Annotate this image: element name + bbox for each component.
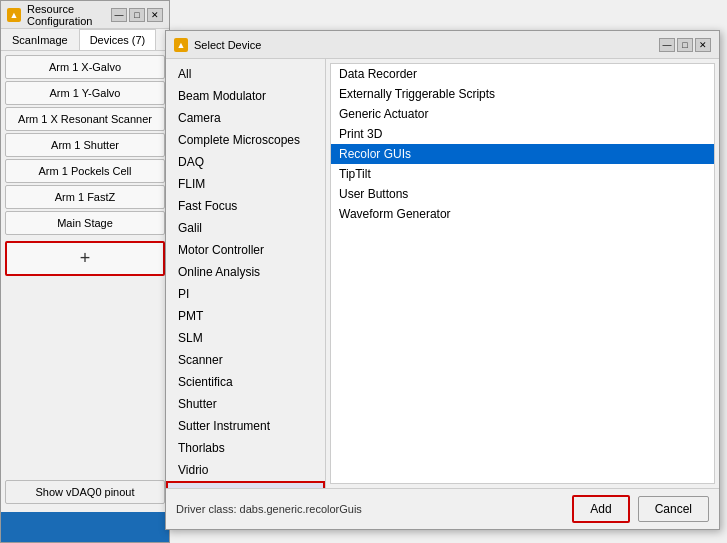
- category-flim[interactable]: FLIM: [166, 173, 325, 195]
- category-shutter[interactable]: Shutter: [166, 393, 325, 415]
- category-beam-modulator[interactable]: Beam Modulator: [166, 85, 325, 107]
- device-arm1-ygalvo[interactable]: Arm 1 Y-Galvo: [5, 81, 165, 105]
- dialog-titlebar-controls: — □ ✕: [659, 38, 711, 52]
- device-user-buttons[interactable]: User Buttons: [331, 184, 714, 204]
- main-content: Arm 1 X-Galvo Arm 1 Y-Galvo Arm 1 X Reso…: [1, 51, 169, 476]
- category-camera[interactable]: Camera: [166, 107, 325, 129]
- tab-scanimage[interactable]: ScanImage: [1, 29, 79, 50]
- main-close-btn[interactable]: ✕: [147, 8, 163, 22]
- device-arm1-pockels[interactable]: Arm 1 Pockels Cell: [5, 159, 165, 183]
- dialog-titlebar: ▲ Select Device — □ ✕: [166, 31, 719, 59]
- main-titlebar-text: Resource Configuration: [27, 3, 105, 27]
- tab-devices[interactable]: Devices (7): [79, 29, 157, 50]
- category-motor-controller[interactable]: Motor Controller: [166, 239, 325, 261]
- device-recolor-guis[interactable]: Recolor GUIs: [331, 144, 714, 164]
- category-vidrio[interactable]: Vidrio: [166, 459, 325, 481]
- category-daq[interactable]: DAQ: [166, 151, 325, 173]
- show-pinout-button[interactable]: Show vDAQ0 pinout: [5, 480, 165, 504]
- category-scientifica[interactable]: Scientifica: [166, 371, 325, 393]
- dialog-maximize-btn[interactable]: □: [677, 38, 693, 52]
- category-slm[interactable]: SLM: [166, 327, 325, 349]
- device-main-stage[interactable]: Main Stage: [5, 211, 165, 235]
- category-sutter-instrument[interactable]: Sutter Instrument: [166, 415, 325, 437]
- main-maximize-btn[interactable]: □: [129, 8, 145, 22]
- main-window: ▲ Resource Configuration — □ ✕ ScanImage…: [0, 0, 170, 543]
- device-list-panel: Data Recorder Externally Triggerable Scr…: [326, 59, 719, 488]
- category-all[interactable]: All: [166, 63, 325, 85]
- device-tiptilt[interactable]: TipTilt: [331, 164, 714, 184]
- dialog-footer: Driver class: dabs.generic.recolorGuis A…: [166, 488, 719, 529]
- dialog-titlebar-icon: ▲: [174, 38, 188, 52]
- device-arm1-xgalvo[interactable]: Arm 1 X-Galvo: [5, 55, 165, 79]
- category-miscellaneous[interactable]: Miscellaneous: [166, 481, 325, 488]
- main-tabs: ScanImage Devices (7): [1, 29, 169, 51]
- category-galil[interactable]: Galil: [166, 217, 325, 239]
- category-complete-microscopes[interactable]: Complete Microscopes: [166, 129, 325, 151]
- select-device-dialog: ▲ Select Device — □ ✕ All Beam Modulator…: [165, 30, 720, 530]
- device-waveform-generator[interactable]: Waveform Generator: [331, 204, 714, 224]
- add-button[interactable]: Add: [572, 495, 629, 523]
- category-thorlabs[interactable]: Thorlabs: [166, 437, 325, 459]
- dialog-close-btn[interactable]: ✕: [695, 38, 711, 52]
- category-pmt[interactable]: PMT: [166, 305, 325, 327]
- device-arm1-fastz[interactable]: Arm 1 FastZ: [5, 185, 165, 209]
- category-list: All Beam Modulator Camera Complete Micro…: [166, 59, 326, 488]
- cancel-button[interactable]: Cancel: [638, 496, 709, 522]
- device-arm1-shutter[interactable]: Arm 1 Shutter: [5, 133, 165, 157]
- main-titlebar-icon: ▲: [7, 8, 21, 22]
- bottom-bar: [1, 512, 169, 542]
- category-fast-focus[interactable]: Fast Focus: [166, 195, 325, 217]
- category-scanner[interactable]: Scanner: [166, 349, 325, 371]
- device-externally-triggerable[interactable]: Externally Triggerable Scripts: [331, 84, 714, 104]
- driver-class-label: Driver class: dabs.generic.recolorGuis: [176, 503, 564, 515]
- device-print-3d[interactable]: Print 3D: [331, 124, 714, 144]
- device-arm1-resonant[interactable]: Arm 1 X Resonant Scanner: [5, 107, 165, 131]
- dialog-title: Select Device: [194, 39, 653, 51]
- dialog-minimize-btn[interactable]: —: [659, 38, 675, 52]
- category-pi[interactable]: PI: [166, 283, 325, 305]
- device-data-recorder[interactable]: Data Recorder: [331, 64, 714, 84]
- device-generic-actuator[interactable]: Generic Actuator: [331, 104, 714, 124]
- main-titlebar-controls: — □ ✕: [111, 8, 163, 22]
- category-online-analysis[interactable]: Online Analysis: [166, 261, 325, 283]
- main-minimize-btn[interactable]: —: [111, 8, 127, 22]
- add-device-button[interactable]: +: [5, 241, 165, 276]
- device-list: Data Recorder Externally Triggerable Scr…: [330, 63, 715, 484]
- main-titlebar: ▲ Resource Configuration — □ ✕: [1, 1, 169, 29]
- dialog-body: All Beam Modulator Camera Complete Micro…: [166, 59, 719, 488]
